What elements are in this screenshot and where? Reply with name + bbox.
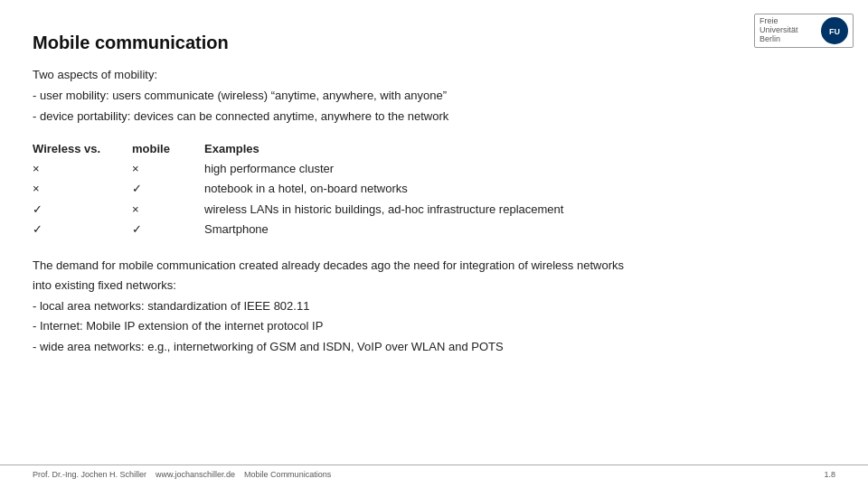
row3-mobile: ×: [132, 200, 204, 220]
intro-line3: - device portability: devices can be con…: [33, 108, 835, 127]
row2-example: notebook in a hotel, on-board networks: [204, 179, 656, 199]
university-logo: Freie Universität Berlin FU: [754, 14, 854, 48]
col-wireless: Wireless vs. × × ✓ ✓: [33, 142, 132, 239]
row2-wireless: ×: [33, 179, 132, 199]
intro-line2: - user mobility: users communicate (wire…: [33, 87, 835, 106]
footer-page: 1.8: [824, 470, 835, 479]
footer: Prof. Dr.-Ing. Jochen H. Schiller www.jo…: [0, 465, 868, 479]
body-line3: - local area networks: standardization o…: [33, 296, 835, 315]
row3-example: wireless LANs in historic buildings, ad-…: [204, 200, 656, 220]
logo-text: Freie Universität Berlin: [760, 17, 817, 44]
footer-left: Prof. Dr.-Ing. Jochen H. Schiller www.jo…: [33, 470, 331, 479]
body-line5: - wide area networks: e.g., internetwork…: [33, 337, 835, 356]
row1-mobile: ×: [132, 159, 204, 179]
row3-wireless: ✓: [33, 200, 132, 220]
col-wireless-header: Wireless vs.: [33, 142, 132, 155]
col-examples-header: Examples: [204, 142, 656, 155]
body-text: The demand for mobile communication crea…: [33, 256, 835, 356]
body-line4: - Internet: Mobile IP extension of the i…: [33, 316, 835, 335]
row1-example: high performance cluster: [204, 159, 656, 179]
logo-emblem: FU: [821, 17, 848, 44]
intro-section: Two aspects of mobility: - user mobility…: [33, 66, 835, 126]
body-line1: The demand for mobile communication crea…: [33, 256, 835, 275]
svg-text:FU: FU: [829, 27, 840, 36]
footer-website: www.jochanschiller.de: [156, 470, 235, 479]
row4-example: Smartphone: [204, 220, 656, 239]
row2-mobile: ✓: [132, 179, 204, 199]
col-mobile: mobile × ✓ × ✓: [132, 142, 204, 239]
row4-mobile: ✓: [132, 220, 204, 239]
col-examples: Examples high performance cluster notebo…: [204, 142, 656, 239]
page-title: Mobile communication: [33, 33, 835, 53]
row4-wireless: ✓: [33, 220, 132, 239]
comparison-table: Wireless vs. × × ✓ ✓ mobile × ✓ × ✓ Exam…: [33, 142, 835, 239]
body-line2: into existing fixed networks:: [33, 276, 835, 295]
footer-course: Mobile Communications: [244, 470, 331, 479]
footer-professor: Prof. Dr.-Ing. Jochen H. Schiller: [33, 470, 146, 479]
logo-area: Freie Universität Berlin FU: [754, 9, 854, 52]
col-mobile-header: mobile: [132, 142, 204, 155]
slide: Freie Universität Berlin FU Mobile commu…: [0, 0, 868, 488]
row1-wireless: ×: [33, 159, 132, 179]
intro-line1: Two aspects of mobility:: [33, 66, 835, 85]
